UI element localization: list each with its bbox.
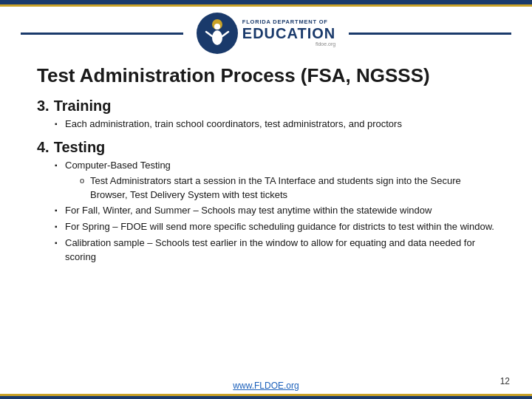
testing-bullet-4: Calibration sample – Schools test earlie… xyxy=(55,236,495,265)
section-testing: 4. Testing Computer-Based Testing Test A… xyxy=(37,139,495,265)
footer: www.FLDOE.org 12 xyxy=(0,378,532,399)
svg-line-3 xyxy=(206,32,212,36)
testing-bullet-1: Computer-Based Testing Test Administrato… xyxy=(55,159,495,202)
testing-bullet-3: For Spring – FDOE will send more specifi… xyxy=(55,220,495,234)
section-3-number: 3. xyxy=(37,98,50,115)
testing-sub-bullet-1-1: Test Administrators start a session in t… xyxy=(80,174,495,202)
section-4-number: 4. xyxy=(37,139,50,156)
testing-bullets: Computer-Based Testing Test Administrato… xyxy=(37,159,495,265)
header: FLORIDA DEPARTMENT OF EDUCATION fldoe.or… xyxy=(0,7,532,57)
logo: FLORIDA DEPARTMENT OF EDUCATION fldoe.or… xyxy=(189,13,343,54)
logo-education-text: EDUCATION xyxy=(242,25,335,41)
section-3-heading: Training xyxy=(54,98,112,115)
logo-fldoe-text: fldoe.org xyxy=(242,41,335,47)
page-number: 12 xyxy=(500,376,510,386)
testing-sub-bullets-1: Test Administrators start a session in t… xyxy=(65,174,495,202)
page-title: Test Administration Process (FSA, NGSSS) xyxy=(37,64,495,87)
section-4-heading: Testing xyxy=(54,139,106,156)
testing-bullet-2: For Fall, Winter, and Summer – Schools m… xyxy=(55,204,495,218)
svg-line-4 xyxy=(222,32,228,36)
svg-point-2 xyxy=(214,24,220,30)
training-bullets: Each administration, train school coordi… xyxy=(37,117,495,132)
footer-link[interactable]: www.FLDOE.org xyxy=(233,381,299,391)
florida-logo-icon xyxy=(203,17,231,50)
section-training: 3. Training Each administration, train s… xyxy=(37,98,495,132)
svg-point-1 xyxy=(212,30,222,45)
logo-florida-text: FLORIDA DEPARTMENT OF xyxy=(242,19,335,25)
training-bullet-1: Each administration, train school coordi… xyxy=(55,117,495,132)
footer-blue-line xyxy=(0,396,532,399)
